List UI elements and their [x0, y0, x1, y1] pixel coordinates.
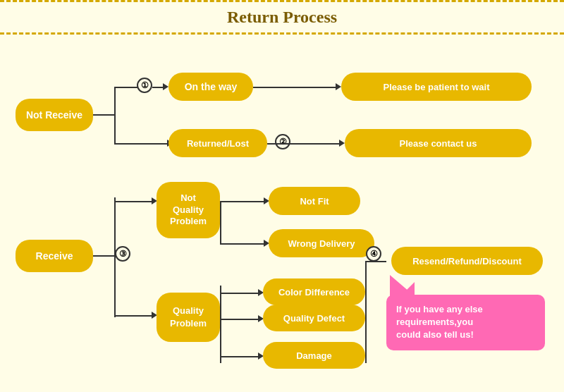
circle-2: ②: [275, 134, 290, 149]
wrong-delivery-box: Wrong Delivery: [269, 229, 374, 257]
speech-bubble: If you have any else requirements,you co…: [386, 295, 545, 350]
resend-box: Resend/Refund/Discount: [391, 247, 543, 275]
not-receive-box: Not Receive: [16, 99, 93, 131]
not-quality-box: Not Quality Problem: [157, 182, 220, 238]
returned-lost-box: Returned/Lost: [168, 129, 267, 157]
please-contact-box: Please contact us: [345, 129, 532, 157]
quality-defect-box: Quality Defect: [263, 305, 365, 331]
damage-box: Damage: [263, 342, 365, 369]
please-wait-box: Please be patient to wait: [341, 73, 532, 101]
circle-3: ③: [115, 246, 130, 262]
circle-1: ①: [137, 78, 152, 93]
page-title: Return Process: [0, 8, 564, 27]
quality-problem-box: Quality Problem: [157, 293, 220, 342]
not-fit-box: Not Fit: [269, 187, 360, 215]
circle-4: ④: [366, 246, 381, 262]
header: Return Process: [0, 0, 564, 35]
color-difference-box: Color Difference: [263, 278, 365, 305]
on-the-way-box: On the way: [168, 73, 253, 101]
receive-box: Receive: [16, 240, 93, 272]
